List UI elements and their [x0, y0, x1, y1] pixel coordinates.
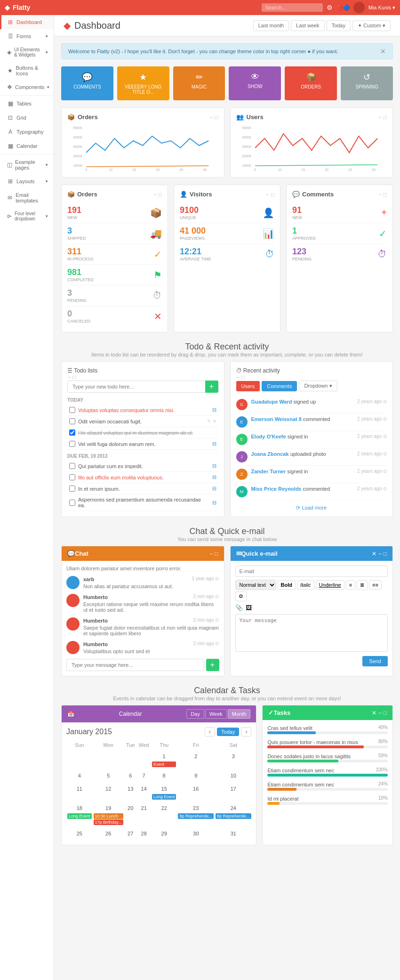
tasks-min[interactable]: −	[378, 710, 382, 716]
cal-cell[interactable]: 12	[93, 782, 124, 802]
cal-cell[interactable]: 248p Reprehende...	[215, 802, 252, 827]
todo-checkbox[interactable]	[69, 429, 75, 436]
todo-checkbox[interactable]	[69, 500, 75, 506]
email-input[interactable]	[235, 566, 388, 577]
todo-collapse[interactable]: −	[67, 374, 71, 381]
cal-cell[interactable]: 5	[93, 769, 124, 782]
cal-cell[interactable]: 13	[124, 782, 137, 802]
sidebar-item-buttons[interactable]: ★ Buttons & Icons	[0, 61, 54, 80]
cal-cell[interactable]: 16	[177, 782, 215, 802]
stat-magic[interactable]: ✏ MAGIC	[173, 66, 225, 100]
sidebar-item-components[interactable]: ❖ Components ▾	[0, 80, 54, 94]
sidebar-item-tables[interactable]: ▦ Tables	[0, 97, 54, 111]
cal-cell[interactable]: 22	[151, 802, 177, 827]
stat-comments[interactable]: 💬 COMMENTS	[61, 66, 113, 100]
brand[interactable]: ◆ Flatty	[5, 4, 30, 11]
btn-last-week[interactable]: Last week	[291, 20, 325, 31]
activity-tab-comments[interactable]: Comments	[262, 381, 297, 391]
comments-expand[interactable]: □	[384, 191, 387, 198]
stat-spinning[interactable]: ↺ SPINNING	[341, 66, 393, 100]
todo-checkbox[interactable]	[69, 418, 75, 424]
stat-show[interactable]: 👁 SHOW	[229, 66, 281, 100]
cal-today-btn[interactable]: Today	[217, 728, 239, 736]
alert-close-btn[interactable]: ✕	[380, 48, 386, 55]
cal-prev-btn[interactable]: ‹	[205, 727, 215, 737]
chat-send-button[interactable]: +	[206, 659, 219, 671]
btn-last-month[interactable]: Last month	[253, 20, 289, 31]
sidebar-item-layouts[interactable]: ⊞ Layouts ▾	[0, 174, 54, 188]
activity-expand[interactable]: □	[241, 374, 245, 381]
email-image-btn[interactable]: 🖼	[246, 604, 252, 611]
stat-orders[interactable]: 📦 ORDERS	[285, 66, 337, 100]
cal-next-btn[interactable]: ›	[241, 727, 251, 737]
todo-add-button[interactable]: +	[205, 381, 218, 393]
orders-stats-expand[interactable]: □	[159, 191, 162, 198]
load-more-button[interactable]: ⟳ Load more	[296, 505, 327, 511]
sidebar-item-typography[interactable]: A Typography	[0, 125, 54, 139]
cal-cell[interactable]: 238p Reprehende...	[177, 802, 215, 827]
tasks-expand[interactable]: □	[384, 710, 387, 716]
cal-cell[interactable]: 18Long Event	[66, 802, 93, 827]
sidebar-item-forms[interactable]: ☰ Forms ▾	[0, 29, 54, 43]
cal-event[interactable]: 8p Reprehende...	[216, 813, 251, 819]
cal-cell[interactable]: 25	[66, 827, 93, 840]
email-bold-btn[interactable]: Bold	[278, 580, 296, 590]
cal-cell[interactable]: 27	[124, 827, 137, 840]
orders-chart-collapse[interactable]: −	[209, 114, 213, 121]
email-attach-btn[interactable]: 📎	[235, 604, 243, 611]
cal-cell[interactable]: 1910:30 Lunch17p Birthday...	[93, 802, 124, 827]
cal-cell[interactable]: 28	[136, 827, 151, 840]
cal-cell[interactable]: 10	[215, 769, 252, 782]
cal-cell[interactable]: 21	[136, 802, 151, 827]
search-input[interactable]	[262, 3, 323, 12]
cal-cell[interactable]: 29	[151, 827, 177, 840]
cal-cell[interactable]: 11	[66, 782, 93, 802]
cal-cell[interactable]: 4	[66, 769, 93, 782]
cal-event[interactable]: Event	[152, 761, 176, 767]
email-indent-btn[interactable]: ≡≡	[369, 580, 382, 590]
email-send-button[interactable]: Send	[362, 656, 388, 666]
activity-collapse[interactable]: −	[236, 374, 240, 381]
users-chart-expand[interactable]: □	[384, 114, 387, 121]
stat-veery[interactable]: ★ VEEEERY LONG TITLE O...	[117, 66, 169, 100]
visitors-collapse[interactable]: −	[266, 191, 269, 198]
orders-stats-collapse[interactable]: −	[153, 191, 157, 198]
cal-event[interactable]: Long Event	[67, 813, 92, 819]
chat-collapse[interactable]: −	[209, 551, 213, 557]
delete-icon[interactable]: ✕	[213, 419, 216, 424]
cal-cell[interactable]: 15Long Event	[151, 782, 177, 802]
todo-expand[interactable]: □	[72, 374, 76, 381]
email-expand[interactable]: □	[384, 551, 387, 557]
email-message-textarea[interactable]	[235, 614, 388, 652]
cal-event[interactable]: 10:30 Lunch	[94, 813, 123, 819]
cal-cell[interactable]	[136, 750, 151, 769]
email-italic-btn[interactable]: Italic	[297, 580, 314, 590]
cal-cell[interactable]: 9	[177, 769, 215, 782]
email-minimize[interactable]: ✕	[372, 551, 376, 557]
sidebar-item-ui[interactable]: ◈ UI Elements & Widgets ▾	[0, 43, 54, 61]
cal-cell[interactable]: 8	[151, 769, 177, 782]
cal-cell[interactable]: 6	[124, 769, 137, 782]
tasks-collapse[interactable]: ✕	[372, 710, 376, 716]
chat-input[interactable]	[66, 659, 204, 671]
chat-expand[interactable]: □	[215, 551, 218, 557]
btn-today[interactable]: Today	[327, 20, 351, 31]
sidebar-item-email[interactable]: ✉ Email templates	[0, 188, 54, 207]
email-olist-btn[interactable]: ≣	[357, 580, 368, 590]
cal-cell today[interactable]: 20	[124, 802, 137, 827]
edit-icon[interactable]: ✎	[207, 419, 211, 424]
cal-event[interactable]: 17p Birthday...	[94, 819, 123, 825]
cal-cell[interactable]: 26	[93, 827, 124, 840]
cal-cell[interactable]: 14	[136, 782, 151, 802]
email-format-select[interactable]: Normal text	[235, 580, 276, 590]
cal-btn-day[interactable]: Day	[186, 709, 204, 719]
sidebar-item-dashboard[interactable]: ⊞ Dashboard	[0, 15, 54, 29]
todo-checkbox[interactable]	[69, 463, 75, 469]
avatar[interactable]	[353, 2, 365, 13]
cal-event[interactable]: 8p Reprehende...	[178, 813, 214, 819]
notification-icon[interactable]: ⚙	[327, 4, 333, 11]
btn-custom[interactable]: ✦ Custom ▾	[352, 20, 391, 31]
todo-checkbox[interactable]	[69, 486, 75, 492]
cal-cell[interactable]: 2	[177, 750, 215, 769]
todo-input[interactable]	[67, 381, 218, 393]
